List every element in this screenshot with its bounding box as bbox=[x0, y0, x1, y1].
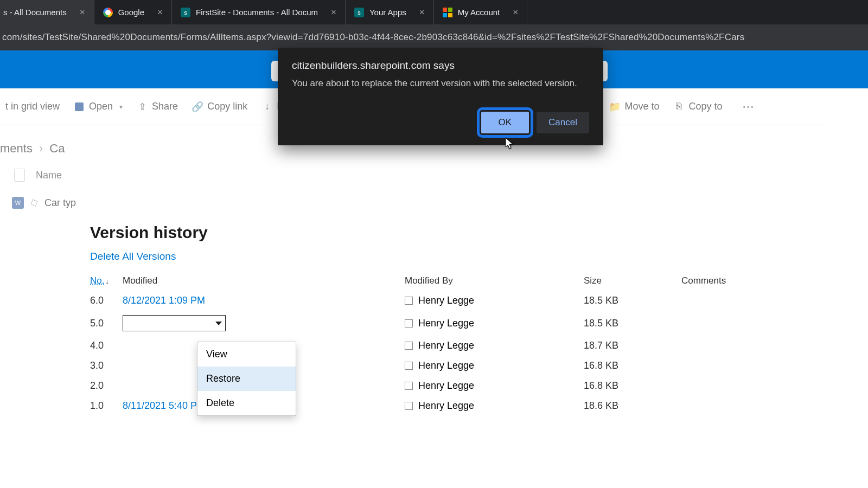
sort-desc-icon: ↓ bbox=[105, 277, 109, 285]
close-icon[interactable]: × bbox=[157, 7, 163, 18]
link-icon: 🔗 bbox=[192, 101, 203, 112]
chevron-right-icon: › bbox=[39, 142, 43, 156]
word-document-icon: W bbox=[12, 197, 24, 209]
presence-icon bbox=[405, 297, 413, 305]
more-actions-button[interactable]: ⋯ bbox=[737, 100, 754, 114]
move-icon: 📁 bbox=[609, 101, 620, 112]
copy-icon: ⎘ bbox=[673, 101, 684, 112]
no-column-header[interactable]: No. bbox=[90, 275, 104, 286]
version-size: 18.6 KB bbox=[584, 400, 681, 412]
version-author: Henry Legge bbox=[418, 318, 474, 329]
presence-icon bbox=[405, 362, 413, 370]
sharepoint-favicon-icon: s bbox=[181, 8, 190, 17]
copy-to-button[interactable]: ⎘ Copy to bbox=[673, 101, 722, 112]
version-size: 18.5 KB bbox=[584, 318, 681, 329]
open-button[interactable]: Open ▾ bbox=[74, 101, 123, 112]
version-modified-dropdown[interactable] bbox=[123, 315, 405, 331]
version-number: 4.0 bbox=[90, 340, 123, 351]
version-author: Henry Legge bbox=[418, 360, 474, 371]
share-button[interactable]: ⇪ Share bbox=[137, 101, 178, 112]
context-restore-item[interactable]: Restore bbox=[197, 367, 296, 391]
close-icon[interactable]: × bbox=[513, 7, 518, 18]
chevron-down-icon: ▾ bbox=[119, 103, 123, 111]
breadcrumb-current: Ca bbox=[49, 142, 65, 156]
version-number: 3.0 bbox=[90, 360, 123, 371]
sharepoint-favicon-icon: s bbox=[354, 8, 364, 17]
version-number: 1.0 bbox=[90, 400, 123, 412]
browser-tab[interactable]: s FirstSite - Documents - All Docum × bbox=[172, 0, 346, 24]
browser-tab[interactable]: s - All Documents × bbox=[0, 0, 94, 24]
document-row[interactable]: W Car typ bbox=[0, 187, 868, 209]
version-number: 6.0 bbox=[90, 295, 123, 306]
caret-down-icon bbox=[215, 322, 222, 325]
version-row: 6.0 8/12/2021 1:09 PM Henry Legge 18.5 K… bbox=[80, 291, 857, 311]
browser-tab[interactable]: My Account × bbox=[434, 0, 527, 24]
ok-button[interactable]: OK bbox=[481, 112, 529, 133]
confirm-dialog: citizenbuilders.sharepoint.com says You … bbox=[278, 48, 603, 145]
version-author: Henry Legge bbox=[418, 340, 474, 351]
delete-all-versions-link[interactable]: Delete All Versions bbox=[90, 251, 176, 262]
tab-title: FirstSite - Documents - All Docum bbox=[196, 8, 318, 17]
context-delete-item[interactable]: Delete bbox=[197, 391, 296, 415]
edit-grid-view-button[interactable]: t in grid view bbox=[5, 101, 60, 112]
version-row: 5.0 Henry Legge 18.5 KB bbox=[80, 311, 857, 336]
version-size: 18.5 KB bbox=[584, 295, 681, 306]
name-column-header[interactable]: Name bbox=[36, 170, 62, 181]
dialog-title: citizenbuilders.sharepoint.com says bbox=[292, 60, 589, 72]
version-author: Henry Legge bbox=[418, 400, 474, 412]
context-view-item[interactable]: View bbox=[197, 342, 296, 367]
word-icon bbox=[74, 101, 85, 112]
dialog-message: You are about to replace the current ver… bbox=[292, 78, 589, 89]
modified-by-column-header[interactable]: Modified By bbox=[405, 275, 584, 286]
url-text: com/sites/TestSite/Shared%20Documents/Fo… bbox=[2, 32, 744, 43]
cancel-button[interactable]: Cancel bbox=[537, 112, 589, 133]
microsoft-favicon-icon bbox=[443, 8, 452, 17]
version-number: 2.0 bbox=[90, 380, 123, 391]
address-bar[interactable]: com/sites/TestSite/Shared%20Documents/Fo… bbox=[0, 24, 868, 50]
svg-marker-0 bbox=[506, 138, 513, 149]
shortcut-badge-icon bbox=[31, 200, 38, 207]
presence-icon bbox=[405, 402, 413, 410]
modified-column-header[interactable]: Modified bbox=[123, 275, 405, 286]
tab-title: s - All Documents bbox=[3, 8, 67, 17]
tab-title: Your Apps bbox=[369, 8, 406, 17]
browser-tab[interactable]: Google × bbox=[94, 0, 172, 24]
version-number: 5.0 bbox=[90, 318, 123, 329]
file-type-column-icon bbox=[14, 169, 25, 182]
version-size: 16.8 KB bbox=[584, 360, 681, 371]
comments-column-header[interactable]: Comments bbox=[681, 275, 847, 286]
browser-tab[interactable]: s Your Apps × bbox=[346, 0, 434, 24]
move-to-button[interactable]: 📁 Move to bbox=[609, 101, 659, 112]
file-name: Car typ bbox=[44, 197, 76, 209]
download-icon: ↓ bbox=[261, 101, 272, 112]
version-author: Henry Legge bbox=[418, 295, 474, 306]
browser-tab-strip: s - All Documents × Google × s FirstSite… bbox=[0, 0, 868, 24]
close-icon[interactable]: × bbox=[419, 7, 425, 18]
version-table-header: No.↓ Modified Modified By Size Comments bbox=[80, 270, 857, 291]
presence-icon bbox=[405, 319, 413, 328]
panel-title: Version history bbox=[80, 217, 857, 251]
version-size: 18.7 KB bbox=[584, 340, 681, 351]
tab-title: My Account bbox=[458, 8, 500, 17]
close-icon[interactable]: × bbox=[80, 7, 85, 18]
copy-link-button[interactable]: 🔗 Copy link bbox=[192, 101, 247, 112]
presence-icon bbox=[405, 342, 413, 350]
breadcrumb-parent[interactable]: ments bbox=[0, 142, 33, 156]
size-column-header[interactable]: Size bbox=[584, 275, 681, 286]
presence-icon bbox=[405, 382, 413, 390]
version-author: Henry Legge bbox=[418, 380, 474, 391]
column-header-row: Name bbox=[0, 161, 868, 187]
share-icon: ⇪ bbox=[137, 101, 148, 112]
version-modified-link[interactable]: 8/12/2021 1:09 PM bbox=[123, 295, 405, 306]
mouse-cursor-icon bbox=[506, 138, 514, 150]
version-size: 16.8 KB bbox=[584, 380, 681, 391]
version-context-menu: View Restore Delete bbox=[197, 342, 296, 416]
tab-title: Google bbox=[118, 8, 144, 17]
google-favicon-icon bbox=[103, 8, 113, 17]
close-icon[interactable]: × bbox=[331, 7, 336, 18]
